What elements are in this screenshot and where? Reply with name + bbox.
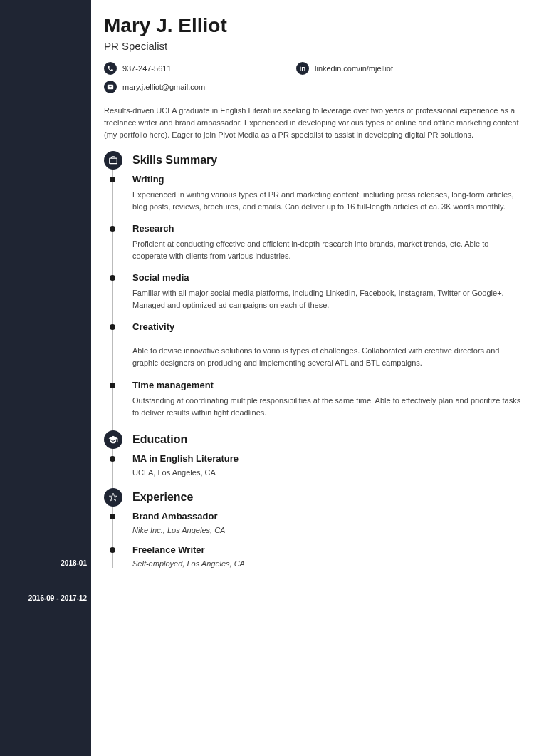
skill-title: Time management — [132, 380, 521, 390]
svg-rect-0 — [110, 158, 117, 164]
skill-body: Familiar with all major social media pla… — [132, 287, 521, 311]
education-heading: Education — [132, 432, 521, 446]
contacts-row: 937-247-5611 in linkedin.com/in/mjelliot… — [104, 62, 521, 93]
job-title: Freelance Writer — [132, 544, 521, 555]
email-contact: mary.j.elliot@gmail.com — [104, 81, 289, 93]
sidebar: 2018-01 2016-09 - 2017-12 — [0, 0, 91, 756]
linkedin-contact: in linkedin.com/in/mjelliot — [296, 62, 481, 75]
experience-title: Experience — [132, 491, 521, 504]
skill-body: Outstanding at coordinating multiple res… — [132, 395, 521, 419]
experience-date-2: 2016-09 - 2017-12 — [28, 594, 87, 602]
skill-body: Experienced in writing various types of … — [132, 189, 521, 213]
skill-body: Proficient at conducting effective and e… — [132, 238, 521, 262]
bullet-dot — [110, 456, 115, 462]
skill-item: Social media Familiar with all major soc… — [132, 272, 521, 311]
job-title: PR Specialist — [104, 40, 521, 52]
skill-item: Writing Experienced in writing various t… — [132, 174, 521, 213]
skills-title: Skills Summary — [132, 154, 521, 167]
experience-heading: Experience — [132, 490, 521, 504]
briefcase-icon — [104, 151, 122, 170]
bullet-dot — [110, 383, 115, 388]
email-text: mary.j.elliot@gmail.com — [122, 83, 205, 91]
bullet-dot — [110, 324, 115, 330]
skill-title: Social media — [132, 272, 521, 283]
bullet-dot — [110, 177, 115, 182]
job-sub: Nike Inc., Los Angeles, CA — [132, 526, 521, 534]
job-title: Brand Ambassador — [132, 511, 521, 522]
bullet-dot — [110, 226, 115, 232]
education-title: Education — [132, 433, 521, 446]
main-content: Mary J. Elliot PR Specialist 937-247-561… — [91, 0, 534, 756]
linkedin-text: linkedin.com/in/mjelliot — [315, 64, 393, 73]
skill-item: Creativity Able to devise innovative sol… — [132, 321, 521, 369]
experience-item: Brand Ambassador Nike Inc., Los Angeles,… — [132, 511, 521, 534]
bullet-dot — [110, 514, 115, 519]
email-icon — [104, 81, 117, 93]
skill-body: Able to devise innovative solutions to v… — [132, 345, 521, 369]
star-icon — [104, 488, 122, 507]
person-name: Mary J. Elliot — [104, 14, 521, 37]
experience-date-1: 2018-01 — [61, 559, 87, 567]
linkedin-icon: in — [296, 62, 309, 75]
skills-heading: Skills Summary — [132, 152, 521, 167]
phone-text: 937-247-5611 — [122, 64, 172, 73]
timeline-line — [112, 161, 113, 567]
job-sub: Self-employed, Los Angeles, CA — [132, 559, 521, 568]
bullet-dot — [110, 275, 115, 281]
skill-title: Writing — [132, 174, 521, 185]
phone-contact: 937-247-5611 — [104, 62, 289, 75]
education-item: MA in English Literature UCLA, Los Angel… — [132, 453, 521, 477]
skill-item: Time management Outstanding at coordinat… — [132, 380, 521, 419]
graduation-icon — [104, 430, 122, 449]
degree-sub: UCLA, Los Angeles, CA — [132, 468, 521, 477]
skill-item: Research Proficient at conducting effect… — [132, 223, 521, 262]
experience-item: Freelance Writer Self-employed, Los Ange… — [132, 544, 521, 568]
skill-title: Creativity — [132, 321, 521, 332]
phone-icon — [104, 62, 117, 75]
degree-title: MA in English Literature — [132, 453, 521, 464]
skill-title: Research — [132, 223, 521, 234]
bullet-dot — [110, 547, 115, 553]
profile-summary: Results-driven UCLA graduate in English … — [104, 105, 521, 141]
timeline: Skills Summary Writing Experienced in wr… — [104, 152, 521, 567]
